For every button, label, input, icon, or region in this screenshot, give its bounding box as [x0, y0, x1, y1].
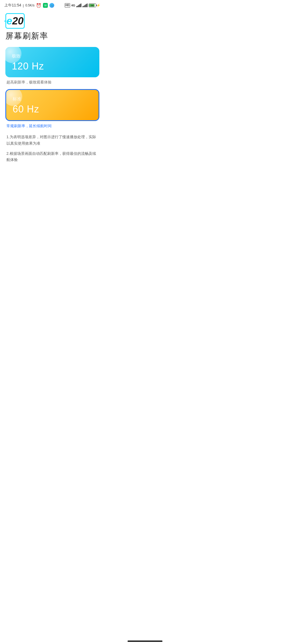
logo-char-0: 0 — [18, 16, 24, 26]
signal-bar — [78, 5, 79, 7]
card-120-subtitle: 超高刷新率，极致观看体验 — [5, 80, 99, 85]
card-120hz[interactable]: 极致 120 Hz — [5, 47, 99, 77]
hd-badge: HD — [65, 3, 70, 8]
note-2: 2.根据场景画面自动匹配刷新率，获得最佳的流畅及续航体验 — [5, 151, 99, 163]
card-60-hz: 60 Hz — [13, 104, 92, 115]
signal-bar — [84, 6, 84, 7]
charging-icon: ⚡ — [96, 3, 100, 7]
note-1: 1.为表明选项差异，对图示进行了慢速播放处理，实际以真实使用效果为准 — [5, 134, 99, 147]
signal-bar — [76, 6, 77, 7]
signal-bars-2 — [82, 3, 88, 7]
signal-bar — [87, 3, 88, 7]
status-right: HD 4G 86 ⚡ — [65, 3, 100, 8]
card-120-hz: 120 Hz — [12, 61, 93, 72]
card-60hz[interactable]: 标准 60 Hz — [5, 89, 99, 121]
signal-bar — [85, 5, 85, 7]
status-bar: 上午11:54 | 0.5K/s ⏰ W 🐦 HD 4G — [0, 0, 105, 10]
status-separator: | — [23, 3, 24, 8]
wechat-icon: W — [43, 3, 48, 8]
status-left: 上午11:54 | 0.5K/s ⏰ W 🐦 — [4, 3, 54, 8]
signal-bar — [81, 3, 81, 7]
header: ← e 2 0 屏幕刷新率 — [0, 10, 105, 42]
4g-label: 4G — [71, 4, 75, 7]
logo-area: ← e 2 0 — [5, 13, 99, 29]
card-120-label: 极致 — [12, 53, 93, 59]
status-time: 上午11:54 — [4, 3, 21, 8]
logo-border-box: ← e 2 0 — [5, 13, 25, 29]
card-60-subtitle: 常规刷新率，延长续航时间 — [5, 124, 99, 129]
signal-bar — [82, 6, 83, 7]
alarm-icon: ⏰ — [36, 3, 41, 8]
status-speed: 0.5K/s — [25, 3, 34, 7]
page-title: 屏幕刷新率 — [5, 31, 99, 42]
battery-level: 86 — [89, 4, 96, 7]
main-content: 极致 120 Hz 超高刷新率，极致观看体验 标准 60 Hz 常规刷新率，延长… — [0, 47, 105, 163]
app-icon: 🐦 — [49, 3, 54, 8]
logo-chars: ← e 2 0 — [6, 16, 23, 26]
card-60-label: 标准 — [13, 96, 92, 102]
back-arrow-icon[interactable]: ← — [2, 17, 10, 25]
signal-bar — [77, 6, 78, 7]
signal-bar — [79, 4, 80, 7]
battery-icon: 86 — [89, 3, 96, 7]
battery-container: 86 ⚡ — [89, 3, 100, 7]
logo-char-2: 2 — [12, 16, 18, 26]
signal-bar — [86, 4, 86, 7]
signal-bars-1 — [76, 3, 81, 7]
